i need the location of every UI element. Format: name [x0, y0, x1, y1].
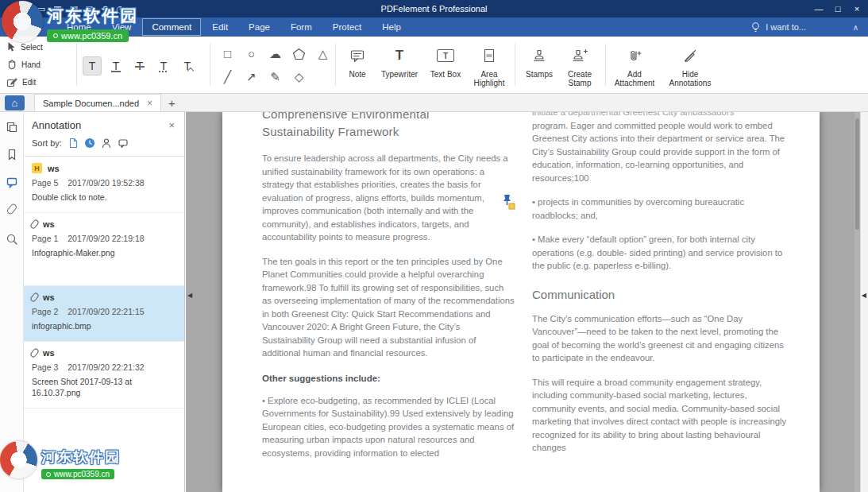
caret-tool[interactable]: T	[178, 56, 197, 76]
area-highlight-icon	[482, 44, 496, 68]
sort-by-type-icon[interactable]	[118, 138, 129, 149]
annotation-item-meta: Page 3 2017/09/20 22:21:32	[32, 362, 176, 372]
home-button[interactable]: ⌂	[5, 95, 25, 110]
annotation-text: infographic.bmp	[32, 320, 176, 331]
strikethrough-mark	[135, 66, 145, 68]
sort-by-date-icon[interactable]	[84, 138, 95, 149]
note-tool[interactable]: Note	[340, 44, 375, 79]
annotations-icon[interactable]	[6, 176, 18, 188]
pointer-tools-group: Select Hand Edit	[6, 38, 43, 91]
tab-comment[interactable]: Comment	[142, 18, 201, 36]
annotation-list-item[interactable]: ws Page 1 2017/09/20 22:19:18 Infographi…	[24, 213, 184, 286]
right-panel-strip[interactable]	[860, 112, 868, 492]
collapse-ribbon-icon[interactable]: ∧	[853, 23, 858, 32]
document-tab-bar: ⌂ Sample Documen...nded × +	[0, 94, 868, 112]
annotation-list-item[interactable]: ws Page 3 2017/09/20 22:21:32 Screen Sho…	[24, 342, 184, 409]
pencil-tool-icon[interactable]: ✎	[268, 70, 282, 84]
window-title: PDFelement 6 Professional	[0, 0, 868, 17]
tab-form[interactable]: Form	[281, 18, 322, 36]
tab-home[interactable]: Home	[57, 18, 101, 36]
navigation-panel-strip	[0, 112, 24, 492]
arrow-tool-icon[interactable]: ↗	[245, 70, 258, 84]
i-want-to-button[interactable]: I want to...	[750, 21, 806, 33]
annotation-item-header: ws	[32, 292, 176, 302]
subheading: Other suggestions include:	[262, 374, 515, 383]
cloud-tool-icon[interactable]: ☁	[268, 47, 282, 61]
create-stamp-tool[interactable]: Create Stamp	[559, 44, 600, 87]
bullet-paragraph: • projects in communities by overcoming …	[532, 196, 788, 222]
oval-tool-icon[interactable]: ○	[245, 47, 258, 60]
line-tool-icon[interactable]: ╱	[221, 70, 234, 84]
annotation-list-item-selected[interactable]: ws Page 2 2017/09/20 22:21:15 infographi…	[24, 286, 184, 342]
pdf-page: Comprehensive Environmental Sustainabili…	[222, 112, 820, 492]
minimize-button[interactable]: —	[811, 0, 827, 17]
strikethrough-tool[interactable]: T	[130, 56, 149, 76]
toolbar-separator	[76, 44, 77, 86]
panel-close-icon[interactable]: ×	[168, 119, 175, 131]
underline-tool[interactable]: T	[106, 56, 125, 76]
paragraph: The City’s communication efforts—such as…	[532, 312, 788, 365]
maximize-button[interactable]: □	[830, 0, 846, 17]
tab-protect[interactable]: Protect	[323, 18, 371, 36]
bullet-paragraph: • Explore eco-budgeting, as recommended …	[262, 394, 515, 460]
annotation-author: ws	[43, 348, 55, 358]
hide-annotations-tool[interactable]: Hide Annotations	[664, 44, 716, 87]
diamond-tool-icon[interactable]: ◇	[292, 70, 306, 84]
tab-help[interactable]: Help	[372, 18, 411, 36]
select-tool[interactable]: Select	[6, 38, 43, 56]
annotation-panel-header: Annotation ×	[24, 112, 184, 137]
highlight-tool-glyph: T	[89, 60, 96, 72]
stamps-tool[interactable]: Stamps	[521, 44, 557, 79]
highlight-tool[interactable]: T	[83, 56, 102, 76]
typewriter-icon: T	[395, 44, 403, 68]
page-thumbnails-icon[interactable]	[6, 121, 18, 134]
paragraph: This will require a broad community enga…	[532, 376, 788, 455]
bullet-paragraph: • Make every “default option” green, for…	[532, 233, 788, 273]
clipped-line: initiate a departmental Greenest City am…	[532, 112, 788, 119]
new-tab-button[interactable]: +	[168, 97, 176, 109]
add-attachment-label: Add Attachment	[610, 70, 659, 87]
triangle-tool-icon[interactable]: △	[316, 47, 330, 61]
rectangle-tool-icon[interactable]: □	[221, 47, 234, 60]
annotation-time: 2017/09/20 19:52:38	[68, 178, 144, 188]
annotation-list-item[interactable]: H ws Page 5 2017/09/20 19:52:38 Double c…	[24, 157, 184, 213]
sort-by-author-icon[interactable]	[101, 138, 112, 149]
annotation-item-meta: Page 1 2017/09/20 22:19:18	[32, 234, 176, 243]
add-attachment-tool[interactable]: Add Attachment	[610, 44, 659, 87]
annotation-text: Double click to note.	[32, 192, 176, 203]
document-area[interactable]: Comprehensive Environmental Sustainabili…	[186, 112, 868, 492]
typewriter-tool[interactable]: T Typewriter	[376, 44, 422, 79]
select-cursor-icon	[6, 41, 16, 52]
tab-view[interactable]: View	[102, 18, 141, 36]
edit-icon	[6, 77, 17, 87]
scrollbar-thumb[interactable]	[855, 118, 859, 230]
sidebar-collapse-handle[interactable]: ◀	[187, 292, 192, 299]
annotation-time: 2017/09/20 22:19:18	[68, 234, 144, 243]
sort-by-label: Sort by:	[32, 138, 62, 148]
search-icon[interactable]	[6, 233, 18, 246]
right-panel-collapse-handle[interactable]: ◀	[862, 292, 866, 299]
attachments-icon[interactable]	[9, 203, 15, 218]
hand-tool[interactable]: Hand	[6, 56, 43, 73]
tab-edit[interactable]: Edit	[203, 18, 237, 36]
sort-by-page-icon[interactable]	[68, 138, 79, 149]
note-label: Note	[349, 70, 365, 79]
caret-mark	[187, 68, 194, 74]
edit-tool[interactable]: Edit	[6, 73, 43, 91]
attachment-pin-annotation[interactable]	[500, 193, 515, 211]
bookmarks-icon[interactable]	[6, 149, 18, 161]
textbox-tool[interactable]: T Text Box	[426, 44, 465, 79]
ribbon-tab-bar: Home View Comment Edit Page Form Protect…	[0, 17, 868, 37]
tab-page[interactable]: Page	[239, 18, 280, 36]
squiggly-tool[interactable]: T	[154, 56, 173, 76]
area-highlight-tool[interactable]: Area Highlight	[469, 44, 510, 87]
lightbulb-icon	[750, 21, 761, 33]
toolbar-separator	[605, 44, 606, 86]
close-button[interactable]: ×	[849, 0, 865, 17]
vertical-scrollbar[interactable]	[854, 112, 860, 492]
document-tab[interactable]: Sample Documen...nded ×	[34, 94, 161, 111]
hide-annotations-label: Hide Annotations	[664, 70, 716, 87]
add-attachment-icon	[627, 44, 642, 68]
tab-close-icon[interactable]: ×	[147, 99, 152, 108]
polygon-tool-icon[interactable]	[292, 48, 306, 60]
